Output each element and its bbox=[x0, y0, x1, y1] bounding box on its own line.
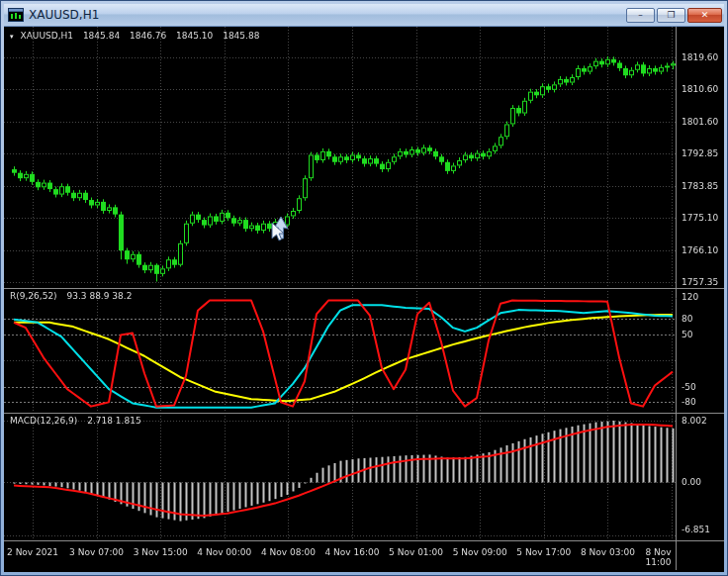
macd-label: MACD(12,26,9) 2.718 1.815 bbox=[10, 416, 148, 427]
time-axis-label: 4 Nov 08:00 bbox=[261, 547, 316, 557]
cursor-arrow-icon bbox=[269, 215, 295, 244]
time-axis-label: 4 Nov 16:00 bbox=[325, 547, 380, 557]
open-value: 1845.84 bbox=[83, 31, 120, 41]
time-axis-label: 8 Nov 11:00 bbox=[646, 547, 698, 567]
ohlc-label: ▾XAUUSD,H1 1845.84 1846.76 1845.10 1845.… bbox=[10, 31, 266, 43]
minimize-button[interactable]: – bbox=[626, 8, 655, 23]
time-axis-label: 8 Nov 03:00 bbox=[581, 547, 635, 557]
time-axis-label: 3 Nov 07:00 bbox=[69, 547, 124, 557]
time-axis-label: 5 Nov 17:00 bbox=[516, 547, 571, 557]
time-axis-label: 4 Nov 00:00 bbox=[197, 547, 251, 557]
restore-button[interactable]: ❐ bbox=[657, 8, 685, 23]
macd-name: MACD(12,26,9) bbox=[10, 416, 77, 426]
mt4-chart-window: XAUUSD,H1 – ❐ ✕ ▾XAUUSD,H1 1845.84 1846.… bbox=[0, 0, 728, 576]
price-scale-label: 1819.60 bbox=[682, 52, 718, 62]
oscillator-scale-label: -50 bbox=[682, 382, 696, 392]
macd-values: 2.718 1.815 bbox=[87, 416, 140, 426]
price-scale-label: 1757.35 bbox=[682, 277, 718, 287]
price-scale-label: 1792.85 bbox=[682, 148, 718, 158]
window-title: XAUUSD,H1 bbox=[29, 8, 99, 22]
oscillator-scale-label: 80 bbox=[682, 314, 692, 324]
price-scale-label: 1766.10 bbox=[682, 245, 718, 255]
symbol-timeframe-label: XAUUSD,H1 bbox=[21, 31, 74, 41]
time-axis-label: 2 Nov 2021 bbox=[7, 547, 58, 557]
window-titlebar[interactable]: XAUUSD,H1 – ❐ ✕ bbox=[4, 4, 724, 27]
price-scale-label: 1810.60 bbox=[682, 84, 718, 94]
chart-window-icon bbox=[8, 8, 24, 22]
high-value: 1846.76 bbox=[130, 31, 166, 41]
price-scale-label: 1801.60 bbox=[682, 117, 718, 127]
oscillator-scale-label: 120 bbox=[682, 292, 698, 302]
close-button[interactable]: ✕ bbox=[687, 8, 722, 23]
oscillator-values: 93.3 88.9 38.2 bbox=[67, 291, 133, 301]
macd-scale-label: 0.00 bbox=[682, 477, 701, 487]
chart-label-marker-icon: ▾ bbox=[10, 33, 14, 41]
macd-scale-label: -6.851 bbox=[682, 525, 710, 534]
macd-scale-label: 8.002 bbox=[682, 416, 707, 426]
price-scale-label: 1783.85 bbox=[682, 181, 718, 191]
oscillator-label: R(9,26,52) 93.3 88.9 38.2 bbox=[10, 291, 138, 302]
close-value: 1845.88 bbox=[223, 31, 259, 41]
oscillator-scale-label: 50 bbox=[682, 330, 692, 339]
time-axis-label: 5 Nov 09:00 bbox=[453, 547, 507, 557]
time-axis-label: 5 Nov 01:00 bbox=[389, 547, 443, 557]
low-value: 1845.10 bbox=[176, 31, 213, 41]
oscillator-scale-label: -80 bbox=[682, 397, 696, 407]
chart-area: ▾XAUUSD,H1 1845.84 1846.76 1845.10 1845.… bbox=[4, 27, 724, 572]
price-scale-label: 1775.10 bbox=[682, 213, 718, 223]
oscillator-name: R(9,26,52) bbox=[10, 291, 57, 301]
time-axis-label: 3 Nov 15:00 bbox=[134, 547, 188, 557]
window-buttons: – ❐ ✕ bbox=[626, 8, 722, 23]
